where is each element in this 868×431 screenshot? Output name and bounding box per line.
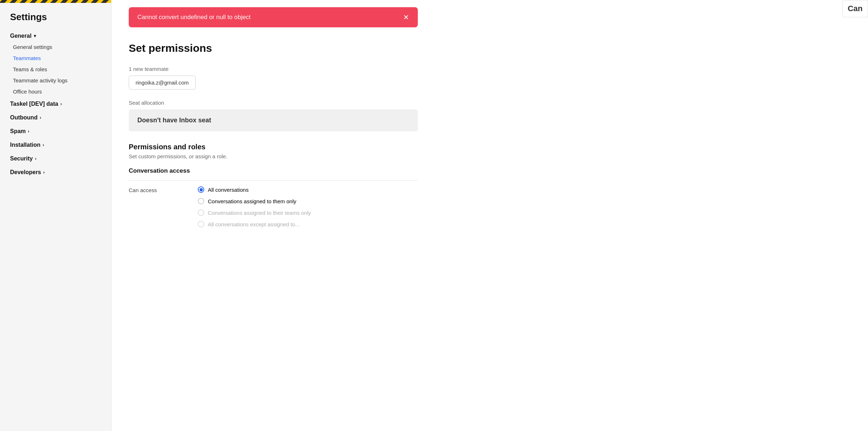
general-label: General <box>10 33 32 39</box>
installation-chevron: › <box>42 142 44 148</box>
error-message: Cannot convert undefined or null to obje… <box>137 14 251 21</box>
top-right-can-button[interactable]: Can <box>842 0 868 17</box>
sidebar-spam[interactable]: Spam › <box>0 124 111 138</box>
sidebar-taskel-dev[interactable]: Taskel [DEV] data › <box>0 97 111 111</box>
can-access-label: Can access <box>129 186 186 193</box>
error-banner: Cannot convert undefined or null to obje… <box>129 7 418 27</box>
sidebar-outbound[interactable]: Outbound › <box>0 111 111 124</box>
developers-chevron: › <box>43 170 45 175</box>
sidebar-general-section[interactable]: General ▾ <box>0 30 111 41</box>
sidebar-developers[interactable]: Developers › <box>0 165 111 179</box>
radio-options: All conversations Conversations assigned… <box>198 186 311 227</box>
radio-assigned-to-them[interactable]: Conversations assigned to them only <box>198 198 311 204</box>
radio-assigned-teams: Conversations assigned to their teams on… <box>198 209 311 216</box>
sidebar-item-activity-logs[interactable]: Teammate activity logs <box>0 75 111 86</box>
radio-circle-except <box>198 221 204 227</box>
warning-stripe <box>0 0 111 3</box>
seat-status: Doesn't have Inbox seat <box>129 109 418 131</box>
radio-all-conversations[interactable]: All conversations <box>198 186 311 193</box>
radio-circle-teams <box>198 209 204 216</box>
conversation-access-title: Conversation access <box>129 167 418 174</box>
spam-chevron: › <box>28 129 29 134</box>
permissions-subtitle: Set custom permissions, or assign a role… <box>129 153 418 159</box>
new-teammate-label: 1 new teammate <box>129 66 418 72</box>
radio-except-assigned: All conversations except assigned to... <box>198 221 311 227</box>
error-close-button[interactable]: ✕ <box>403 14 409 21</box>
permissions-title: Permissions and roles <box>129 143 418 151</box>
sidebar-item-office-hours[interactable]: Office hours <box>0 86 111 97</box>
security-chevron: › <box>35 156 36 161</box>
sidebar-title: Settings <box>0 3 111 30</box>
sidebar-item-teammates[interactable]: Teammates <box>0 53 111 64</box>
sidebar-installation[interactable]: Installation › <box>0 138 111 152</box>
sidebar: Settings General ▾ General settings Team… <box>0 0 111 431</box>
radio-circle-assigned-them <box>198 198 204 204</box>
sidebar-item-general-settings[interactable]: General settings <box>0 41 111 53</box>
outbound-chevron: › <box>40 115 41 120</box>
page-title: Set permissions <box>129 42 418 54</box>
general-chevron: ▾ <box>34 33 36 38</box>
seat-allocation-label: Seat allocation <box>129 100 418 106</box>
taskel-chevron: › <box>60 101 62 106</box>
main-inner: Cannot convert undefined or null to obje… <box>111 0 435 250</box>
radio-circle-all <box>198 186 204 193</box>
can-access-row: Can access All conversations Conversatio… <box>129 180 418 233</box>
main-content: Cannot convert undefined or null to obje… <box>111 0 868 431</box>
sidebar-item-teams-roles[interactable]: Teams & roles <box>0 64 111 75</box>
teammate-email: ringoika.z@gmail.com <box>129 76 196 90</box>
sidebar-security[interactable]: Security › <box>0 152 111 165</box>
